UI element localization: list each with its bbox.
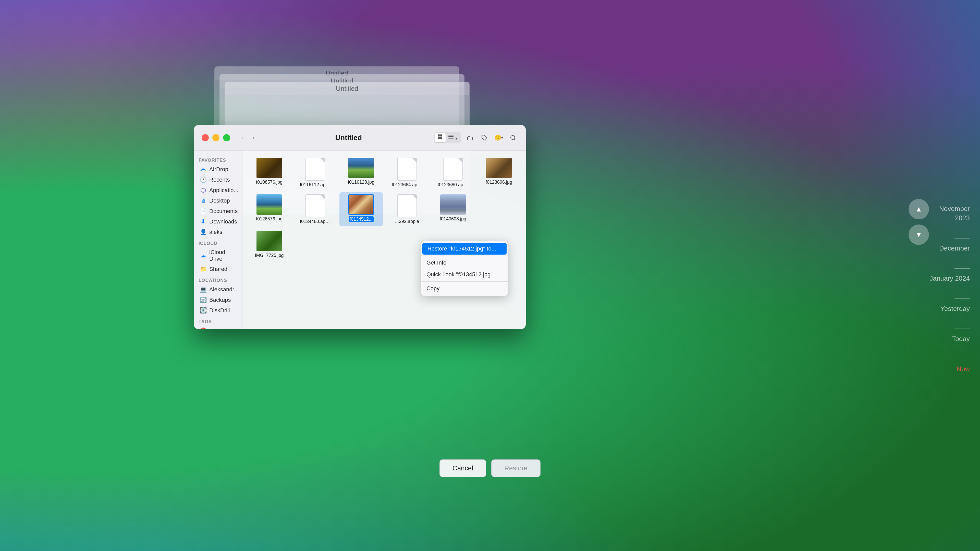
file-item-f013x92[interactable]: ...392.apple bbox=[385, 192, 429, 227]
sidebar-item-recents[interactable]: 🕐 Recents bbox=[196, 175, 241, 185]
file-thumbnail-f0123680 bbox=[443, 158, 463, 181]
emoji-button[interactable]: 🙂 ▾ bbox=[493, 133, 504, 143]
file-item-f0116128[interactable]: f0116128.jpg bbox=[339, 156, 383, 190]
file-item-f0116112[interactable]: f0116112.apple bbox=[293, 156, 337, 190]
file-item-f0108576[interactable]: f0108576.jpg bbox=[248, 156, 291, 190]
recents-icon: 🕐 bbox=[200, 176, 207, 183]
file-name-f0123664: f0123664.apple bbox=[392, 182, 422, 188]
cancel-button[interactable]: Cancel bbox=[439, 459, 486, 477]
timeline-line-4 bbox=[955, 329, 970, 329]
file-item-f0123696[interactable]: f0123696.jpg bbox=[477, 156, 520, 190]
finder-content: f0108576.jpg f0116112.apple f0116128.jpg bbox=[242, 151, 526, 329]
file-thumbnail-f013x92 bbox=[397, 194, 417, 218]
context-menu-copy[interactable]: Copy bbox=[422, 283, 508, 294]
maximize-button[interactable] bbox=[223, 134, 230, 141]
finder-body: Favorites AirDrop 🕐 Recents bbox=[194, 151, 526, 329]
aleks-icon: 👤 bbox=[200, 229, 207, 236]
context-menu-quick-look[interactable]: Quick Look "f0134512.jpg" bbox=[422, 268, 508, 280]
minimize-button[interactable] bbox=[212, 134, 220, 141]
sidebar-item-applications[interactable]: Applicatio... bbox=[196, 185, 241, 195]
close-button[interactable] bbox=[202, 134, 209, 141]
file-name-f0123696: f0123696.jpg bbox=[486, 179, 512, 185]
file-item-f0140608[interactable]: f0140608.jpg bbox=[431, 192, 475, 227]
sidebar-item-shared[interactable]: 📁 Shared bbox=[196, 264, 241, 274]
timeline-december: December bbox=[939, 244, 970, 253]
file-thumbnail-f0134480 bbox=[305, 194, 325, 218]
file-thumbnail-f0126576 bbox=[256, 194, 282, 215]
view-switcher: ▾ bbox=[434, 132, 461, 143]
sidebar-item-diskdrill[interactable]: 💽 DiskDrill bbox=[196, 305, 241, 316]
file-item-f0134480[interactable]: f0134480.apple bbox=[293, 192, 337, 227]
down-arrow-icon: ▼ bbox=[915, 230, 922, 239]
diskdrill-icon: 💽 bbox=[200, 307, 207, 314]
red-tag-label: Red bbox=[209, 327, 220, 329]
file-item-img7725[interactable]: IMG_7725.jpg bbox=[248, 229, 291, 260]
sidebar-item-downloads[interactable]: ⬇ Downloads bbox=[196, 217, 241, 227]
file-thumbnail-f0108576 bbox=[256, 158, 282, 178]
file-name-f0140608: f0140608.jpg bbox=[440, 216, 466, 222]
timeline-november: November 2023 bbox=[929, 204, 970, 223]
svg-line-9 bbox=[514, 139, 515, 140]
restore-button[interactable]: Restore bbox=[491, 459, 541, 477]
icloud-drive-label: iCloud Drive bbox=[209, 249, 237, 262]
downloads-icon: ⬇ bbox=[200, 218, 207, 225]
file-thumbnail-f0116128 bbox=[348, 158, 374, 178]
sidebar-item-aleksandr[interactable]: 💻 Aleksandr... bbox=[196, 284, 241, 295]
context-menu-restore[interactable]: Restore "f0134512.jpg" to... bbox=[422, 243, 507, 254]
backups-label: Backups bbox=[209, 297, 231, 303]
finder-sidebar: Favorites AirDrop 🕐 Recents bbox=[194, 151, 242, 329]
file-grid: f0108576.jpg f0116112.apple f0116128.jpg bbox=[248, 156, 520, 260]
search-button[interactable] bbox=[508, 133, 518, 143]
file-thumbnail-f0116112 bbox=[305, 158, 325, 181]
file-item-f0123664[interactable]: f0123664.apple bbox=[385, 156, 429, 190]
context-menu-sep1 bbox=[422, 256, 508, 256]
timeline-line-2 bbox=[955, 268, 970, 268]
context-menu-get-info[interactable]: Get Info bbox=[422, 257, 508, 268]
share-button[interactable] bbox=[465, 133, 475, 143]
file-name-f0126576: f0126576.jpg bbox=[256, 216, 283, 222]
applications-icon bbox=[200, 187, 207, 194]
window-title: Untitled bbox=[263, 134, 434, 142]
timeline-down-button[interactable]: ▼ bbox=[908, 224, 929, 245]
red-tag-icon: 🔴 bbox=[200, 327, 207, 329]
icloud-header: iCloud bbox=[194, 239, 242, 247]
downloads-label: Downloads bbox=[209, 218, 237, 225]
file-name-f0108576: f0108576.jpg bbox=[256, 179, 283, 185]
shared-icon: 📁 bbox=[200, 265, 207, 273]
aleks-label: aleks bbox=[209, 229, 222, 235]
sidebar-item-icloud-drive[interactable]: ☁ iCloud Drive bbox=[196, 248, 241, 264]
applications-label: Applicatio... bbox=[209, 187, 239, 194]
svg-rect-6 bbox=[449, 138, 453, 138]
list-view-button[interactable]: ▾ bbox=[445, 133, 460, 142]
file-item-f0123680[interactable]: f0123680.apple bbox=[431, 156, 475, 190]
toolbar-actions: ▾ 🙂 ▾ bbox=[434, 132, 518, 143]
aleksandr-label: Aleksandr... bbox=[209, 286, 239, 293]
doc-icon-f0123664 bbox=[397, 158, 417, 181]
sidebar-item-desktop[interactable]: 🖥 Desktop bbox=[196, 196, 241, 206]
backups-icon: 🔄 bbox=[200, 297, 207, 303]
sidebar-item-documents[interactable]: 📄 Documents bbox=[196, 206, 241, 216]
svg-rect-0 bbox=[438, 135, 440, 137]
sidebar-item-airdrop[interactable]: AirDrop bbox=[196, 164, 241, 175]
file-item-f0126576[interactable]: f0126576.jpg bbox=[248, 192, 291, 227]
up-arrow-icon: ▲ bbox=[915, 205, 922, 213]
context-menu-sep2 bbox=[422, 281, 508, 282]
timeline-line-3 bbox=[955, 299, 970, 299]
grid-view-button[interactable] bbox=[435, 133, 445, 142]
svg-rect-2 bbox=[438, 137, 440, 139]
forward-button[interactable]: › bbox=[249, 133, 258, 142]
desktop-icon: 🖥 bbox=[200, 197, 207, 204]
file-thumbnail-f0123696 bbox=[486, 158, 512, 178]
airdrop-label: AirDrop bbox=[209, 166, 228, 173]
timeline-up-button[interactable]: ▲ bbox=[908, 199, 929, 219]
file-item-f0134512[interactable]: f0134512... Restore "f0134512.jpg" to...… bbox=[339, 192, 383, 227]
sidebar-item-aleks[interactable]: 👤 aleks bbox=[196, 227, 241, 237]
tag-button[interactable] bbox=[479, 133, 490, 143]
documents-label: Documents bbox=[209, 208, 238, 214]
sidebar-item-backups[interactable]: 🔄 Backups bbox=[196, 295, 241, 305]
sidebar-item-red-tag[interactable]: 🔴 Red bbox=[196, 326, 241, 329]
back-button[interactable]: ‹ bbox=[238, 133, 247, 142]
file-thumbnail-f0134512 bbox=[348, 194, 374, 215]
finder-toolbar: ‹ › Untitled bbox=[194, 125, 526, 151]
bottom-buttons: Cancel Restore bbox=[439, 459, 541, 477]
